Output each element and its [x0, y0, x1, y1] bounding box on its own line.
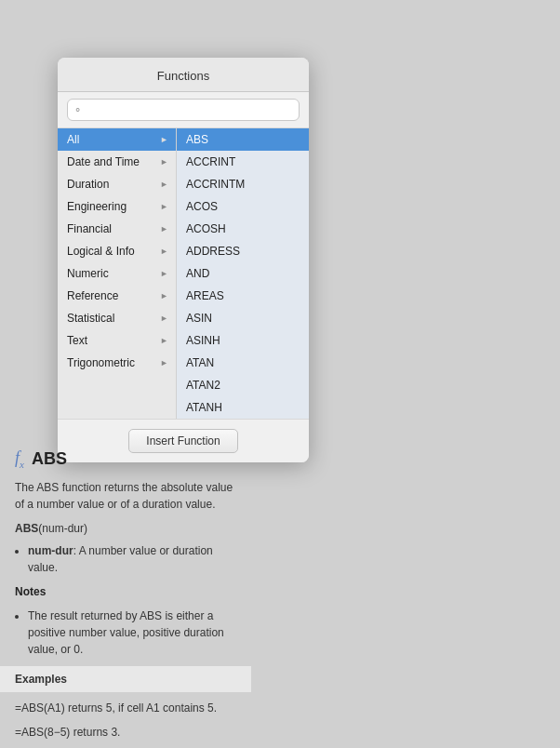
category-item-financial[interactable]: Financial ►	[58, 218, 176, 240]
function-label: AND	[186, 267, 209, 280]
category-item-logical-info[interactable]: Logical & Info ►	[58, 240, 176, 262]
function-label: ADDRESS	[186, 245, 240, 258]
function-label: ASINH	[186, 334, 220, 347]
function-item-areas[interactable]: AREAS	[177, 285, 309, 307]
function-label: AREAS	[186, 289, 224, 302]
function-item-acos[interactable]: ACOS	[177, 195, 309, 218]
desc-summary: The ABS function returns the absolute va…	[15, 479, 236, 513]
function-label: ACOS	[186, 200, 218, 213]
example-1: =ABS(A1) returns 5, if cell A1 contains …	[15, 700, 236, 716]
function-label: ACCRINTM	[186, 178, 245, 191]
function-item-abs[interactable]: ABS	[177, 128, 309, 151]
param-list: num-dur: A number value or duration valu…	[28, 542, 236, 576]
chevron-icon: ►	[160, 224, 168, 234]
function-label: ATAN	[186, 356, 214, 369]
description-area: fx ABS The ABS function returns the abso…	[0, 435, 251, 748]
notes-heading: Notes	[15, 583, 236, 600]
category-label: Date and Time	[67, 155, 140, 168]
function-list: ABS ACCRINT ACCRINTM ACOS ACOSH ADDRESS …	[177, 128, 309, 419]
desc-title-row: fx ABS	[15, 448, 236, 470]
chevron-icon: ►	[160, 180, 168, 189]
category-item-duration[interactable]: Duration ►	[58, 173, 176, 195]
function-label: ATANH	[186, 401, 222, 414]
function-item-address[interactable]: ADDRESS	[177, 240, 309, 262]
examples-heading: Examples	[0, 666, 251, 692]
param-item: num-dur: A number value or duration valu…	[28, 542, 236, 576]
search-input[interactable]	[67, 99, 300, 121]
panel-title-bar: Functions	[58, 58, 309, 92]
function-item-acosh[interactable]: ACOSH	[177, 218, 309, 240]
category-item-numeric[interactable]: Numeric ►	[58, 262, 176, 285]
category-label: Numeric	[67, 267, 109, 280]
panel-title: Functions	[157, 69, 209, 83]
desc-func-name: ABS	[32, 449, 67, 469]
function-item-asin[interactable]: ASIN	[177, 307, 309, 329]
category-list: All ► Date and Time ► Duration ► Enginee…	[58, 128, 177, 419]
desc-body: The ABS function returns the absolute va…	[15, 479, 236, 741]
chevron-icon: ►	[160, 314, 168, 323]
category-item-all[interactable]: All ►	[58, 128, 176, 151]
function-label: ACOSH	[186, 222, 226, 235]
desc-syntax: ABS(num-dur)	[15, 520, 236, 537]
category-label: Financial	[67, 222, 112, 235]
function-label: ACCRINT	[186, 155, 235, 168]
function-label: ABS	[186, 133, 208, 146]
function-browser: All ► Date and Time ► Duration ► Enginee…	[58, 128, 309, 419]
functions-panel: Functions ⚬ All ► Date and Time ► Durati…	[58, 58, 309, 462]
chevron-icon: ►	[160, 247, 168, 256]
examples-section: Examples =ABS(A1) returns 5, if cell A1 …	[15, 665, 236, 741]
notes-list: The result returned by ABS is either a p…	[28, 608, 236, 658]
category-label: Duration	[67, 178, 109, 191]
chevron-icon: ►	[160, 135, 168, 144]
function-label: ASIN	[186, 312, 212, 325]
function-item-asinh[interactable]: ASINH	[177, 329, 309, 352]
chevron-icon: ►	[160, 202, 168, 211]
chevron-icon: ►	[160, 336, 168, 345]
function-item-accrintm[interactable]: ACCRINTM	[177, 173, 309, 195]
search-icon: ⚬	[73, 104, 82, 116]
category-item-date-time[interactable]: Date and Time ►	[58, 151, 176, 173]
category-label: All	[67, 133, 79, 146]
category-label: Engineering	[67, 200, 127, 213]
category-label: Logical & Info	[67, 245, 135, 258]
function-label: ATAN2	[186, 379, 220, 392]
search-wrapper: ⚬	[67, 99, 300, 121]
function-item-atanh[interactable]: ATANH	[177, 396, 309, 419]
chevron-icon: ►	[160, 291, 168, 301]
function-item-atan2[interactable]: ATAN2	[177, 374, 309, 396]
category-item-engineering[interactable]: Engineering ►	[58, 195, 176, 218]
example-2: =ABS(8−5) returns 3.	[15, 724, 236, 741]
category-label: Text	[67, 334, 87, 347]
function-item-and[interactable]: AND	[177, 262, 309, 285]
function-item-accrint[interactable]: ACCRINT	[177, 151, 309, 173]
search-bar: ⚬	[58, 92, 309, 128]
chevron-icon: ►	[160, 358, 168, 367]
chevron-icon: ►	[160, 269, 168, 278]
function-item-atan[interactable]: ATAN	[177, 352, 309, 374]
fx-icon: fx	[15, 448, 24, 470]
category-item-text[interactable]: Text ►	[58, 329, 176, 352]
category-item-trigonometric[interactable]: Trigonometric ►	[58, 352, 176, 374]
category-label: Reference	[67, 289, 118, 302]
category-item-reference[interactable]: Reference ►	[58, 285, 176, 307]
chevron-icon: ►	[160, 157, 168, 167]
category-label: Statistical	[67, 312, 114, 325]
category-item-statistical[interactable]: Statistical ►	[58, 307, 176, 329]
category-label: Trigonometric	[67, 356, 135, 369]
note-item: The result returned by ABS is either a p…	[28, 608, 236, 658]
